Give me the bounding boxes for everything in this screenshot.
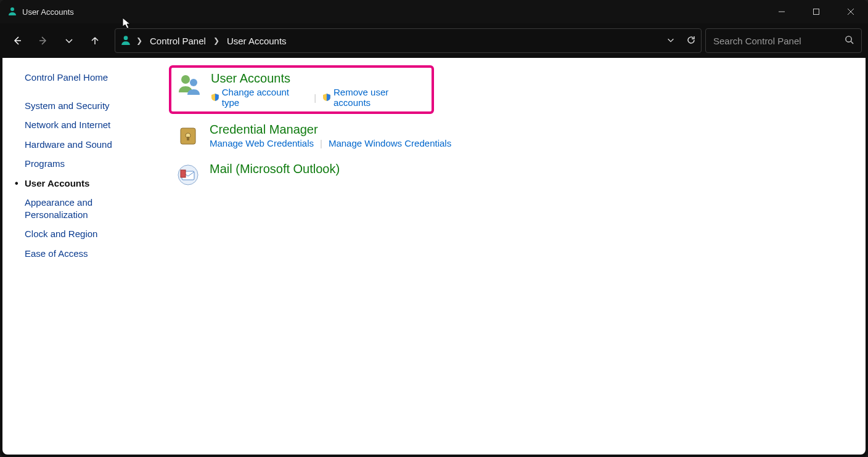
- svg-rect-2: [814, 9, 819, 15]
- content-area: Control Panel Home System and Security N…: [2, 58, 866, 455]
- search-box[interactable]: [705, 28, 862, 53]
- sidebar: Control Panel Home System and Security N…: [2, 58, 157, 455]
- titlebar: User Accounts: [0, 0, 868, 23]
- app-icon: [7, 6, 17, 18]
- category-mail: Mail (Microsoft Outlook): [169, 157, 853, 193]
- recent-locations-button[interactable]: [58, 30, 80, 52]
- search-icon[interactable]: [845, 35, 854, 46]
- sidebar-item-hardware-sound[interactable]: Hardware and Sound: [25, 139, 145, 151]
- credential-manager-icon: [175, 123, 201, 148]
- category-credential-manager: Credential Manager Manage Web Credential…: [169, 118, 853, 153]
- breadcrumb-separator-icon: ❯: [211, 36, 222, 45]
- maximize-button[interactable]: [799, 0, 833, 23]
- sidebar-item-programs[interactable]: Programs: [25, 158, 145, 170]
- category-links: Change account type | Remove user accoun…: [211, 87, 427, 108]
- shield-icon: [322, 93, 331, 102]
- link-manage-windows-credentials[interactable]: Manage Windows Credentials: [329, 138, 451, 148]
- address-bar-right: [666, 35, 696, 47]
- search-input[interactable]: [713, 36, 830, 46]
- sidebar-item-network-internet[interactable]: Network and Internet: [25, 119, 145, 131]
- mail-icon: [175, 162, 201, 188]
- back-button[interactable]: [6, 30, 28, 52]
- address-bar-icon: [120, 34, 131, 47]
- main-panel: User Accounts Change account type |: [157, 58, 866, 455]
- svg-point-8: [846, 36, 851, 42]
- category-title-user-accounts[interactable]: User Accounts: [211, 71, 427, 86]
- close-button[interactable]: [833, 0, 868, 23]
- svg-point-0: [10, 7, 14, 11]
- sidebar-item-user-accounts[interactable]: User Accounts: [25, 177, 145, 190]
- link-separator: |: [314, 92, 316, 103]
- shield-icon: [211, 93, 219, 102]
- category-links: Manage Web Credentials | Manage Windows …: [210, 138, 451, 148]
- user-accounts-icon: [176, 71, 202, 97]
- svg-rect-14: [187, 137, 189, 140]
- chevron-down-icon[interactable]: [666, 36, 675, 46]
- svg-line-9: [851, 41, 853, 44]
- toolbar: ❯ Control Panel ❯ User Accounts: [0, 23, 868, 58]
- sidebar-item-system-security[interactable]: System and Security: [25, 100, 145, 112]
- window: User Accounts: [0, 0, 868, 457]
- sidebar-item-home[interactable]: Control Panel Home: [25, 71, 145, 84]
- breadcrumb-user-accounts[interactable]: User Accounts: [224, 34, 289, 47]
- link-label: Remove user accounts: [334, 87, 427, 108]
- svg-point-7: [124, 36, 128, 40]
- category-user-accounts: User Accounts Change account type |: [169, 65, 434, 114]
- link-label: Change account type: [222, 87, 308, 108]
- sidebar-item-ease-of-access[interactable]: Ease of Access: [25, 248, 145, 260]
- sidebar-item-clock-region[interactable]: Clock and Region: [25, 228, 145, 240]
- svg-point-10: [181, 75, 190, 84]
- refresh-button[interactable]: [686, 35, 696, 47]
- sidebar-item-appearance[interactable]: Appearance and Personalization: [25, 196, 145, 220]
- svg-rect-17: [181, 170, 186, 177]
- category-title-mail[interactable]: Mail (Microsoft Outlook): [210, 162, 340, 176]
- titlebar-left: User Accounts: [7, 6, 74, 18]
- link-remove-user-accounts[interactable]: Remove user accounts: [322, 87, 427, 108]
- link-change-account-type[interactable]: Change account type: [211, 87, 308, 108]
- address-bar[interactable]: ❯ Control Panel ❯ User Accounts: [115, 28, 702, 53]
- svg-point-11: [190, 79, 197, 86]
- link-separator: |: [320, 138, 322, 148]
- up-button[interactable]: [84, 30, 106, 52]
- window-controls: [764, 0, 868, 23]
- window-title: User Accounts: [22, 7, 74, 17]
- link-manage-web-credentials[interactable]: Manage Web Credentials: [210, 138, 314, 148]
- breadcrumb-control-panel[interactable]: Control Panel: [147, 34, 208, 47]
- forward-button[interactable]: [32, 30, 54, 52]
- minimize-button[interactable]: [764, 0, 799, 23]
- breadcrumb-separator-icon: ❯: [134, 36, 145, 45]
- category-title-credential-manager[interactable]: Credential Manager: [210, 123, 451, 137]
